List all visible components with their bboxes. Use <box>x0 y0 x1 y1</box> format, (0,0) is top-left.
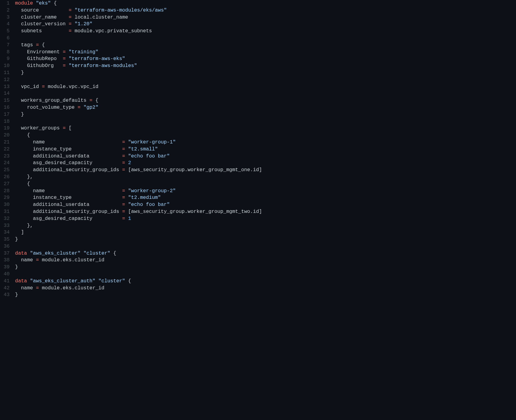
code-line[interactable]: } <box>15 264 516 271</box>
code-editor[interactable]: 1234567891011121314151617181920212223242… <box>0 0 516 298</box>
line-number: 7 <box>4 42 10 49</box>
token-op: = <box>63 56 66 62</box>
code-line[interactable]: asg_desired_capacity = 2 <box>15 160 516 167</box>
token-prop: name <box>15 257 36 263</box>
code-line[interactable]: instance_type = "t2.small" <box>15 146 516 153</box>
code-line[interactable]: ] <box>15 229 516 236</box>
line-number: 43 <box>4 291 10 298</box>
code-line[interactable]: }, <box>15 174 516 181</box>
code-content[interactable]: module "eks" { source = "terraform-aws-m… <box>15 0 516 298</box>
code-line[interactable] <box>15 76 516 83</box>
token-kw: data <box>15 250 27 256</box>
code-line[interactable]: name = module.eks.cluster_id <box>15 285 516 292</box>
code-line[interactable]: workers_group_defaults = { <box>15 97 516 104</box>
code-line[interactable]: { <box>15 132 516 139</box>
code-line[interactable] <box>15 271 516 278</box>
token-op: = <box>122 216 125 221</box>
token-punc: cluster_id <box>75 257 104 263</box>
code-line[interactable]: module "eks" { <box>15 0 516 7</box>
code-line[interactable] <box>15 243 516 250</box>
token-prop: additional_userdata <box>15 153 122 159</box>
code-line[interactable]: additional_security_group_ids = [aws_sec… <box>15 167 516 174</box>
code-line[interactable]: source = "terraform-aws-modules/eks/aws" <box>15 7 516 14</box>
code-line[interactable]: GithubOrg = "terraform-aws-modules" <box>15 62 516 69</box>
code-line[interactable]: }, <box>15 222 516 229</box>
code-line[interactable]: data "aws_eks_cluster" "cluster" { <box>15 250 516 257</box>
token-prop: asg_desired_capacity <box>15 216 122 221</box>
token-op: = <box>36 257 39 263</box>
token-punc: vpc_id <box>81 84 99 90</box>
code-line[interactable]: root_volume_type = "gp2" <box>15 104 516 111</box>
token-punc <box>125 202 128 207</box>
code-line[interactable]: tags = { <box>15 42 516 49</box>
line-number: 30 <box>4 201 10 208</box>
code-line[interactable]: asg_desired_capacity = 1 <box>15 215 516 222</box>
code-line[interactable]: instance_type = "t2.medium" <box>15 194 516 201</box>
code-line[interactable]: Environment = "training" <box>15 49 516 56</box>
token-punc <box>125 139 128 145</box>
token-punc: eks <box>63 285 72 291</box>
code-line[interactable]: cluster_name = local.cluster_name <box>15 14 516 21</box>
line-number: 28 <box>4 188 10 195</box>
code-line[interactable]: } <box>15 236 516 243</box>
line-number: 26 <box>4 174 10 181</box>
token-punc <box>81 104 84 110</box>
code-line[interactable]: } <box>15 111 516 118</box>
token-punc: id] <box>253 167 262 173</box>
token-punc: ] <box>15 229 24 235</box>
code-line[interactable] <box>15 35 516 42</box>
code-line[interactable]: data "aws_eks_cluster_auth" "cluster" { <box>15 278 516 285</box>
code-line[interactable]: cluster_version = "1.20" <box>15 21 516 28</box>
code-line[interactable]: subnets = module.vpc.private_subnets <box>15 28 516 35</box>
code-line[interactable]: vpc_id = module.vpc.vpc_id <box>15 83 516 90</box>
token-prop: root_volume_type <box>15 104 78 110</box>
token-punc: [ <box>66 125 72 131</box>
line-number: 38 <box>4 257 10 264</box>
token-prop: cluster_name <box>15 14 69 20</box>
token-op: = <box>68 7 72 13</box>
token-str: "terraform-aws-modules/eks/aws" <box>75 7 167 13</box>
token-str: "cluster" <box>83 250 110 256</box>
token-prop: GithubRepo <box>15 56 63 62</box>
token-punc: module <box>39 257 60 263</box>
token-punc: } <box>15 111 24 117</box>
line-number: 15 <box>4 97 10 104</box>
code-line[interactable]: name = "worker-group-2" <box>15 188 516 195</box>
token-prop: additional_userdata <box>15 202 122 207</box>
token-op: = <box>36 285 39 291</box>
code-line[interactable]: worker_groups = [ <box>15 125 516 132</box>
token-op: = <box>36 42 39 48</box>
token-punc: . <box>60 257 63 263</box>
token-punc: vpc <box>68 84 77 90</box>
token-str: "terraform-aws-eks" <box>68 56 125 62</box>
token-punc: { <box>39 42 45 48</box>
line-number: 8 <box>4 49 10 56</box>
code-line[interactable]: name = module.eks.cluster_id <box>15 257 516 264</box>
line-number: 34 <box>4 229 10 236</box>
code-line[interactable]: GithubRepo = "terraform-aws-eks" <box>15 55 516 62</box>
token-punc <box>125 160 128 166</box>
line-number-gutter: 1234567891011121314151617181920212223242… <box>0 0 15 298</box>
code-line[interactable]: additional_security_group_ids = [aws_sec… <box>15 208 516 215</box>
token-prop: instance_type <box>15 195 122 200</box>
code-line[interactable]: name = "worker-group-1" <box>15 139 516 146</box>
line-number: 20 <box>4 132 10 139</box>
token-op: = <box>68 28 72 34</box>
token-punc <box>125 146 128 152</box>
token-punc: . <box>72 257 75 263</box>
code-line[interactable] <box>15 118 516 125</box>
code-line[interactable]: { <box>15 181 516 188</box>
token-str: "t2.small" <box>128 146 158 152</box>
code-line[interactable]: additional_userdata = "echo foo bar" <box>15 153 516 160</box>
token-prop: asg_desired_capacity <box>15 160 122 166</box>
code-line[interactable]: } <box>15 291 516 298</box>
code-line[interactable]: additional_userdata = "echo foo bar" <box>15 201 516 208</box>
code-line[interactable] <box>15 90 516 97</box>
code-line[interactable]: } <box>15 69 516 76</box>
token-prop: additional_security_group_ids <box>15 167 122 173</box>
line-number: 29 <box>4 194 10 201</box>
token-prop: name <box>15 285 36 291</box>
token-punc <box>27 278 30 284</box>
token-punc: } <box>15 292 18 298</box>
token-punc: } <box>15 70 24 76</box>
